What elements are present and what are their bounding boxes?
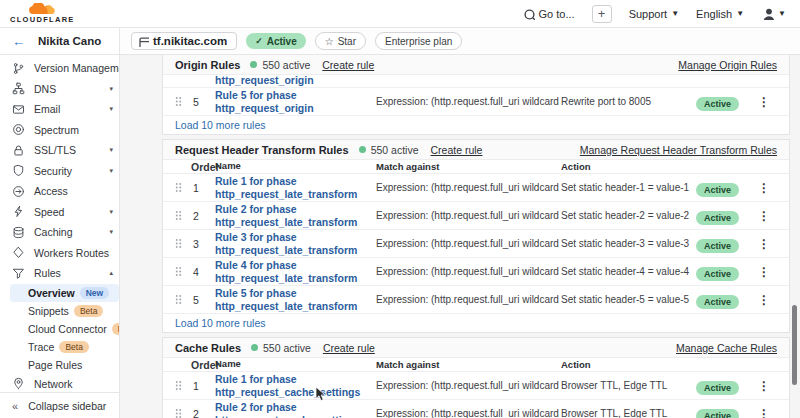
rule-action: Set static header-2 = value-2 bbox=[561, 210, 696, 221]
sidebar-item-access[interactable]: Access bbox=[0, 181, 119, 202]
status-badge: Active bbox=[696, 97, 739, 111]
drag-handle-icon[interactable] bbox=[175, 238, 185, 249]
rule-name-link[interactable]: Rule 1 for phase http_request_cache_sett… bbox=[215, 373, 376, 398]
rule-name-link[interactable]: Rule 1 for phase http_request_late_trans… bbox=[215, 175, 376, 200]
rule-order: 5 bbox=[185, 96, 215, 108]
back-arrow-icon[interactable]: ← bbox=[12, 34, 25, 49]
account-menu[interactable]: ▼ bbox=[761, 7, 786, 20]
create-rule-link[interactable]: Create rule bbox=[323, 342, 375, 354]
star-button[interactable]: ☆ Star bbox=[315, 32, 366, 50]
dns-icon bbox=[12, 82, 25, 95]
section-cache-rules: Cache Rules 550 active Create rule Manag… bbox=[162, 337, 790, 418]
manage-rules-link[interactable]: Manage Origin Rules bbox=[678, 59, 777, 71]
drag-handle-icon[interactable] bbox=[175, 266, 185, 277]
rule-name-link[interactable]: Rule 2 for phase http_request_late_trans… bbox=[215, 203, 376, 228]
sidebar-item-dns[interactable]: DNS ▾ bbox=[0, 79, 119, 100]
rule-status: Active bbox=[696, 207, 740, 225]
access-icon bbox=[12, 185, 25, 198]
rule-status: Active bbox=[696, 377, 740, 395]
rule-action: Set static header-3 = value-3 bbox=[561, 238, 696, 249]
shield-icon bbox=[12, 164, 25, 177]
kebab-menu-icon[interactable]: ⋮ bbox=[758, 407, 770, 418]
sidebar-item-ssl-tls[interactable]: SSL/TLS ▾ bbox=[0, 140, 119, 161]
kebab-menu-icon[interactable]: ⋮ bbox=[758, 293, 770, 307]
column-header-name: Name bbox=[215, 358, 376, 371]
load-more-link[interactable]: Load 10 more rules bbox=[163, 314, 789, 332]
add-site-button[interactable]: + bbox=[592, 5, 612, 23]
rules-card-stack: Origin Rules 550 active Create rule Mana… bbox=[162, 55, 790, 418]
workers-icon bbox=[12, 246, 25, 259]
manage-rules-link[interactable]: Manage Request Header Transform Rules bbox=[580, 144, 777, 156]
rule-status: Active bbox=[696, 235, 740, 253]
rules-rows: 1 Rule 1 for phase http_request_cache_se… bbox=[163, 372, 789, 418]
drag-handle-icon[interactable] bbox=[175, 408, 185, 418]
sidebar-item-caching[interactable]: Caching ▾ bbox=[0, 222, 119, 243]
rule-row: 5 Rule 5 for phase http_request_late_tra… bbox=[163, 286, 789, 314]
drag-handle-icon[interactable] bbox=[175, 210, 185, 221]
sidebar-item-version-management[interactable]: Version Management bbox=[0, 58, 119, 79]
support-menu[interactable]: Support ▼ bbox=[629, 8, 679, 20]
rules-rows: 1 Rule 1 for phase http_request_late_tra… bbox=[163, 174, 789, 314]
kebab-menu-icon[interactable]: ⋮ bbox=[758, 379, 770, 393]
rule-order: 5 bbox=[185, 294, 215, 306]
drag-handle-icon[interactable] bbox=[175, 294, 185, 305]
email-icon bbox=[12, 103, 25, 116]
rule-name-link[interactable]: Rule 3 for phase http_request_late_trans… bbox=[215, 231, 376, 256]
sidebar-item-overview[interactable]: Overview New bbox=[10, 284, 119, 302]
sidebar-item-security[interactable]: Security ▾ bbox=[0, 161, 119, 182]
sidebar-item-trace[interactable]: Trace Beta bbox=[0, 338, 119, 356]
beta-badge: Beta bbox=[112, 323, 119, 335]
vertical-scrollbar[interactable] bbox=[792, 305, 797, 385]
global-search[interactable]: Go to... bbox=[523, 8, 575, 20]
sidebar-item-spectrum[interactable]: Spectrum bbox=[0, 120, 119, 141]
person-icon bbox=[761, 7, 774, 20]
sidebar-item-cloud-connector[interactable]: Cloud Connector Beta bbox=[0, 320, 119, 338]
sidebar-item-speed[interactable]: Speed ▾ bbox=[0, 202, 119, 223]
rule-expression: Expression: (http.request.full_uri wildc… bbox=[376, 380, 561, 391]
collapse-sidebar-button[interactable]: « Collapse sidebar bbox=[0, 392, 119, 418]
drag-handle-icon[interactable] bbox=[175, 182, 185, 193]
kebab-menu-icon[interactable]: ⋮ bbox=[758, 209, 770, 223]
language-menu[interactable]: English ▼ bbox=[696, 8, 744, 20]
kebab-menu-icon[interactable]: ⋮ bbox=[758, 237, 770, 251]
domain-selector[interactable]: tf.nikitac.com bbox=[131, 32, 237, 50]
load-more-link[interactable]: Load 10 more rules bbox=[163, 116, 789, 134]
rule-status: Active bbox=[696, 291, 740, 309]
active-count: 550 active bbox=[262, 59, 310, 71]
cloudflare-logo: CLOUDFLARE bbox=[10, 3, 75, 24]
database-icon bbox=[12, 226, 25, 239]
sidebar-item-email[interactable]: Email ▾ bbox=[0, 99, 119, 120]
rule-name-link[interactable]: Rule 2 for phase http_request_cache_sett… bbox=[215, 401, 376, 418]
rule-name-link[interactable]: Rule 5 for phase http_request_late_trans… bbox=[215, 287, 376, 312]
sidebar-item-page-rules[interactable]: Page Rules bbox=[0, 356, 119, 374]
drag-handle-icon[interactable] bbox=[175, 96, 185, 107]
status-badge: Active bbox=[696, 267, 739, 281]
sidebar-item-workers-routes[interactable]: Workers Routes bbox=[0, 243, 119, 264]
star-icon: ☆ bbox=[325, 36, 334, 47]
section-title: Cache Rules bbox=[175, 342, 241, 354]
branch-icon bbox=[12, 62, 25, 75]
kebab-menu-icon[interactable]: ⋮ bbox=[758, 181, 770, 195]
bolt-icon bbox=[12, 205, 25, 218]
sidebar-nav: Version Management DNS ▾ Email ▾ Spectru… bbox=[0, 55, 119, 392]
drag-handle-icon[interactable] bbox=[175, 380, 185, 391]
create-rule-link[interactable]: Create rule bbox=[431, 144, 483, 156]
kebab-menu-icon[interactable]: ⋮ bbox=[758, 95, 770, 109]
sidebar-item-rules[interactable]: Rules ▴ bbox=[0, 263, 119, 284]
rule-order: 4 bbox=[185, 266, 215, 278]
beta-badge: Beta bbox=[59, 341, 89, 353]
kebab-menu-icon[interactable]: ⋮ bbox=[758, 265, 770, 279]
sidebar-item-snippets[interactable]: Snippets Beta bbox=[0, 302, 119, 320]
sidebar-item-network[interactable]: Network bbox=[0, 374, 119, 393]
status-badge: Active bbox=[696, 211, 739, 225]
rule-status: Active bbox=[696, 405, 740, 418]
manage-rules-link[interactable]: Manage Cache Rules bbox=[676, 342, 777, 354]
clipped-rule-name[interactable]: http_request_origin bbox=[215, 75, 314, 86]
create-rule-link[interactable]: Create rule bbox=[322, 59, 374, 71]
rule-action: Set static header-1 = value-1 bbox=[561, 182, 696, 193]
spectrum-icon bbox=[12, 123, 25, 136]
chevron-down-icon: ▼ bbox=[671, 9, 679, 18]
rule-name-link[interactable]: Rule 4 for phase http_request_late_trans… bbox=[215, 259, 376, 284]
section-header: Origin Rules 550 active Create rule Mana… bbox=[163, 55, 789, 75]
rule-name-link[interactable]: Rule 5 for phase http_request_origin bbox=[215, 89, 376, 114]
